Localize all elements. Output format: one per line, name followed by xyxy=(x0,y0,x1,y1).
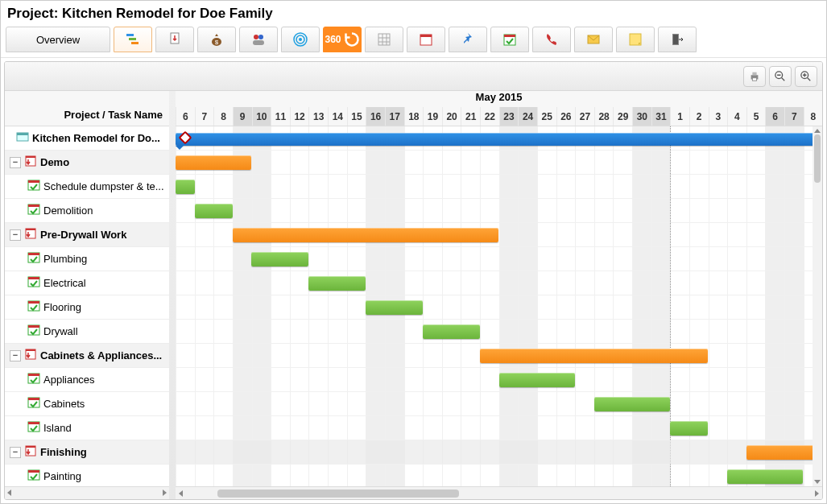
summary-bar[interactable] xyxy=(176,133,822,146)
tab-overview[interactable]: Overview xyxy=(6,27,110,52)
gantt-row[interactable] xyxy=(176,271,822,295)
zoom-in-button[interactable] xyxy=(795,66,817,87)
task-label: Painting xyxy=(43,470,81,482)
task-bar[interactable] xyxy=(594,397,670,411)
tab-360[interactable]: 360 xyxy=(323,27,362,52)
day-header: 6 xyxy=(176,107,195,126)
group-expander[interactable]: − xyxy=(10,447,21,458)
gantt-row[interactable] xyxy=(176,392,822,416)
svg-rect-1 xyxy=(129,38,136,40)
task-bar[interactable] xyxy=(308,276,366,291)
print-button[interactable] xyxy=(743,66,766,87)
tab-calendar[interactable] xyxy=(407,27,445,52)
task-label: Demolition xyxy=(43,204,93,217)
gantt-row[interactable] xyxy=(176,320,822,344)
task-bar[interactable] xyxy=(176,180,195,194)
group-expander[interactable]: − xyxy=(10,229,21,241)
group-expander[interactable]: − xyxy=(10,350,21,361)
task-bar[interactable] xyxy=(195,204,233,218)
timeline-grid[interactable] xyxy=(176,126,822,486)
task-tree-pane: Project / Task Name Kitchen Remodel for … xyxy=(5,91,176,499)
tab-budget[interactable]: $ xyxy=(197,27,236,52)
day-header: 31 xyxy=(651,107,671,126)
task-tree-hscroll[interactable] xyxy=(5,486,169,499)
task-row[interactable]: Drywall xyxy=(5,320,169,344)
printer-icon xyxy=(749,71,760,82)
timeline-vscroll[interactable] xyxy=(813,126,822,486)
task-label: Plumbing xyxy=(43,253,87,265)
task-row[interactable]: Electrical xyxy=(5,271,169,295)
gantt-row[interactable] xyxy=(176,151,822,175)
task-row[interactable]: Cabinets xyxy=(5,392,169,416)
task-row[interactable]: Island xyxy=(5,416,169,440)
task-bar[interactable] xyxy=(233,228,499,242)
timeline-hscroll[interactable] xyxy=(176,486,822,499)
folder-icon xyxy=(24,227,37,242)
svg-point-6 xyxy=(254,35,258,39)
task-check-icon xyxy=(27,275,40,291)
door-exit-icon xyxy=(669,31,685,48)
tab-documents[interactable] xyxy=(155,27,194,52)
task-label: Cabinets xyxy=(43,398,85,410)
tab-schedule-grid[interactable] xyxy=(365,27,403,52)
tab-team[interactable] xyxy=(239,27,278,52)
task-bar[interactable] xyxy=(670,421,708,436)
day-header: 18 xyxy=(404,107,424,126)
task-bar[interactable] xyxy=(176,155,251,170)
day-header: 1 xyxy=(670,107,689,126)
task-row[interactable]: Flooring xyxy=(5,295,169,320)
task-row[interactable]: Demolition xyxy=(5,199,169,223)
group-expander[interactable]: − xyxy=(10,157,21,168)
project-row[interactable]: Kitchen Remodel for Do... xyxy=(5,126,169,151)
task-bar[interactable] xyxy=(746,445,822,460)
tab-pin[interactable] xyxy=(449,27,487,52)
gantt-row[interactable] xyxy=(176,247,822,271)
task-bar[interactable] xyxy=(499,373,575,387)
task-check-icon xyxy=(27,203,40,218)
timeline-month: May 2015 xyxy=(176,91,822,107)
tab-exit[interactable] xyxy=(658,27,697,52)
gantt-row[interactable] xyxy=(176,126,822,151)
group-row[interactable]: −Cabinets & Appliances... xyxy=(5,344,169,368)
gantt-row[interactable] xyxy=(176,199,822,223)
group-row[interactable]: −Demo xyxy=(5,151,169,175)
task-row[interactable]: Plumbing xyxy=(5,247,169,271)
svg-rect-2 xyxy=(131,42,139,44)
tab-overview-label: Overview xyxy=(36,34,80,46)
page-title: Project: Kitchen Remodel for Doe Family xyxy=(1,1,826,27)
tab-target[interactable] xyxy=(281,27,320,52)
gantt-row[interactable] xyxy=(176,368,822,392)
task-bar[interactable] xyxy=(366,300,423,315)
group-row[interactable]: −Pre-Drywall Work xyxy=(5,223,169,247)
task-check-icon xyxy=(27,300,40,315)
day-header: 14 xyxy=(328,107,347,126)
tab-gantt[interactable] xyxy=(114,27,152,52)
tab-mail[interactable] xyxy=(574,27,613,52)
project-expander[interactable] xyxy=(10,133,13,144)
tab-calls[interactable] xyxy=(532,27,571,52)
task-row[interactable]: Appliances xyxy=(5,368,169,392)
gantt-row[interactable] xyxy=(176,175,822,199)
zoom-out-button[interactable] xyxy=(769,66,792,87)
gantt-row[interactable] xyxy=(176,440,822,465)
gantt-row[interactable] xyxy=(176,344,822,368)
gantt-row[interactable] xyxy=(176,295,822,320)
svg-rect-55 xyxy=(28,470,39,473)
svg-rect-29 xyxy=(26,156,35,158)
task-bar[interactable] xyxy=(480,349,708,363)
task-bar[interactable] xyxy=(423,324,480,339)
tab-calendar-check[interactable] xyxy=(490,27,529,52)
task-row[interactable]: Painting xyxy=(5,465,169,486)
group-row[interactable]: −Finishing xyxy=(5,440,169,465)
task-label: Pre-Drywall Work xyxy=(40,229,126,241)
task-bar[interactable] xyxy=(727,469,803,484)
gantt-row[interactable] xyxy=(176,223,822,247)
task-bar[interactable] xyxy=(251,252,308,266)
task-label: Electrical xyxy=(43,277,86,289)
gantt-row[interactable] xyxy=(176,416,822,440)
svg-rect-14 xyxy=(420,35,432,37)
gantt-row[interactable] xyxy=(176,465,822,486)
task-row[interactable]: Schedule dumpster & te... xyxy=(5,175,169,199)
tab-notes[interactable] xyxy=(616,27,655,52)
task-list[interactable]: Kitchen Remodel for Do...−DemoSchedule d… xyxy=(5,126,169,486)
